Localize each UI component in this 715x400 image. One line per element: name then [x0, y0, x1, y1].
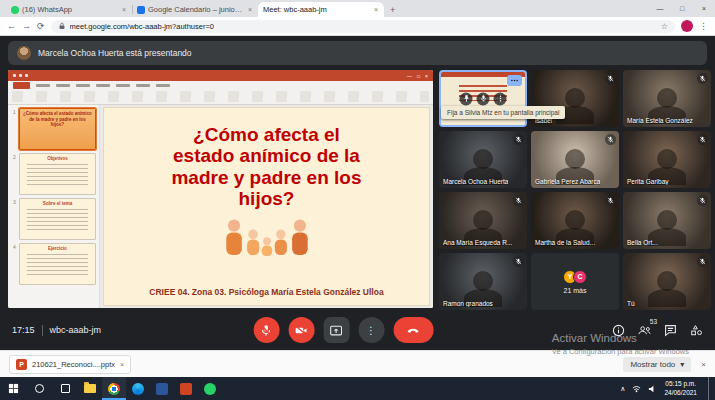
tile-hover-controls	[460, 92, 507, 105]
participant-tile[interactable]: Ana María Esqueda R...	[439, 192, 527, 249]
quick-access-icon	[25, 74, 28, 77]
powerpoint-icon	[180, 383, 192, 395]
mic-muted-icon	[697, 256, 708, 267]
minimize-icon[interactable]: —	[649, 0, 671, 17]
present-button[interactable]	[323, 317, 349, 343]
ribbon-tabs	[8, 81, 433, 90]
profile-avatar[interactable]	[681, 20, 693, 32]
taskbar-clock[interactable]: 05:15 p.m. 24/06/2021	[664, 380, 697, 396]
close-icon[interactable]: ×	[693, 0, 715, 17]
taskbar-app-explorer[interactable]	[78, 377, 102, 400]
browser-tab-bar: (16) WhatsApp × Google Calendario – juni…	[0, 0, 715, 17]
participants-button[interactable]: 53	[638, 324, 651, 337]
download-file-name: 210621_Reconoci....pptx	[32, 360, 115, 369]
windows-logo-icon	[8, 383, 19, 394]
windows-taskbar: ∧ 05:15 p.m. 24/06/2021	[0, 377, 715, 400]
tile-more-options-button[interactable]	[494, 92, 507, 105]
more-options-button[interactable]: ⋮	[358, 317, 384, 343]
participant-video	[473, 149, 493, 169]
back-icon[interactable]: ←	[7, 21, 16, 31]
forward-icon[interactable]: →	[22, 21, 31, 31]
tile-options-button[interactable]	[507, 75, 522, 86]
participant-tile[interactable]: Gabriela Perez Abarca	[531, 131, 619, 188]
tab-label: (16) WhatsApp	[22, 5, 118, 14]
tray-expand-icon[interactable]: ∧	[620, 385, 625, 393]
taskbar-app-whatsapp[interactable]	[198, 377, 222, 400]
mic-muted-icon	[513, 195, 524, 206]
show-all-downloads-button[interactable]: Mostrar todo ▾	[623, 357, 691, 372]
mute-participant-button[interactable]	[477, 92, 490, 105]
tab-label: Google Calendario – junio 2021	[148, 5, 244, 14]
download-close-icon[interactable]: ×	[120, 361, 124, 368]
new-tab-button[interactable]: +	[384, 5, 403, 17]
participant-name: Perita Garibay	[627, 178, 669, 185]
taskbar-app-edge[interactable]	[126, 377, 150, 400]
tab-close-icon[interactable]: ×	[373, 6, 379, 13]
search-button[interactable]	[26, 377, 52, 400]
slide-thumbnail-content	[27, 209, 88, 231]
refresh-icon[interactable]: ⟳	[37, 21, 45, 31]
participant-tile[interactable]: Ramon granados	[439, 253, 527, 310]
mic-muted-icon	[605, 134, 616, 145]
chat-button[interactable]	[664, 324, 677, 337]
meeting-time: 17:15	[12, 325, 35, 335]
mic-muted-icon	[513, 134, 524, 145]
activities-button[interactable]	[690, 324, 703, 337]
chat-icon	[664, 324, 677, 337]
participant-tile[interactable]: Perita Garibay	[623, 131, 711, 188]
tab-whatsapp[interactable]: (16) WhatsApp ×	[6, 2, 132, 17]
downloads-bar-close-icon[interactable]: ×	[701, 360, 706, 369]
url-text: meet.google.com/wbc-aaab-jm?authuser=0	[70, 22, 214, 31]
slide-thumbnail-box: Sobre el tema	[19, 198, 96, 240]
participant-name: María Estela González	[627, 117, 693, 124]
participant-tile[interactable]: Tú	[623, 253, 711, 310]
participant-video	[657, 271, 677, 291]
start-button[interactable]	[0, 377, 26, 400]
participant-tile[interactable]: Y C 21 más	[531, 253, 619, 310]
participant-tile[interactable]: Bella Ort...	[623, 192, 711, 249]
people-icon	[638, 324, 651, 337]
maximize-icon[interactable]: □	[671, 0, 693, 17]
participant-name: Ramon granados	[443, 300, 493, 307]
bookmark-star-icon[interactable]: ☆	[661, 22, 668, 31]
tab-calendar[interactable]: Google Calendario – junio 2021 ×	[132, 2, 258, 17]
presenting-banner: Marcela Ochoa Huerta está presentando	[8, 41, 707, 65]
ribbon-commands	[12, 91, 429, 102]
pptx-file-icon: P	[16, 359, 27, 370]
info-button[interactable]	[612, 324, 625, 337]
tab-close-icon[interactable]: ×	[247, 6, 253, 13]
task-view-button[interactable]	[52, 377, 78, 400]
pin-tooltip: Fija a Silvia Mtz en tu pantalla princip…	[441, 106, 565, 119]
camera-button[interactable]	[288, 317, 314, 343]
chevron-down-icon: ▾	[680, 360, 684, 369]
volume-icon[interactable]	[648, 385, 657, 393]
wifi-icon[interactable]	[632, 385, 641, 393]
taskbar-app-chrome[interactable]	[102, 377, 126, 400]
participant-tile[interactable]: Marcela Ochoa Huerta	[439, 131, 527, 188]
participant-avatar: C	[573, 270, 587, 284]
show-all-label: Mostrar todo	[630, 360, 675, 369]
participants-count-badge: 53	[650, 318, 657, 325]
tab-meet[interactable]: Meet: wbc-aaab-jm ×	[258, 2, 384, 17]
participant-video	[657, 210, 677, 230]
more-participants: Y C 21 más	[531, 253, 619, 310]
hangup-button[interactable]	[393, 317, 433, 343]
pin-participant-button[interactable]	[460, 92, 473, 105]
browser-menu-icon[interactable]: ⋮	[699, 21, 708, 31]
participant-tile[interactable]: Martha de la Salud...	[531, 192, 619, 249]
slide-canvas: ¿Cómo afecta el estado anímico de la mad…	[100, 105, 433, 308]
tab-close-icon[interactable]: ×	[121, 6, 127, 13]
mic-muted-icon	[697, 134, 708, 145]
meet-controls-bar: 17:15 wbc-aaab-jm ⋮	[0, 310, 715, 350]
show-desktop-button[interactable]	[708, 377, 712, 400]
more-dots-icon	[496, 95, 504, 103]
download-item[interactable]: P 210621_Reconoci....pptx ×	[9, 355, 131, 374]
participant-tile[interactable]: María Estela González	[623, 70, 711, 127]
ppt-close-icon: ×	[425, 73, 428, 79]
taskbar-app-word[interactable]	[150, 377, 174, 400]
participant-name: Martha de la Salud...	[535, 239, 595, 246]
mic-button[interactable]	[253, 317, 279, 343]
url-field[interactable]: meet.google.com/wbc-aaab-jm?authuser=0 ☆	[51, 20, 675, 33]
mic-off-icon	[260, 324, 273, 337]
taskbar-app-powerpoint[interactable]	[174, 377, 198, 400]
